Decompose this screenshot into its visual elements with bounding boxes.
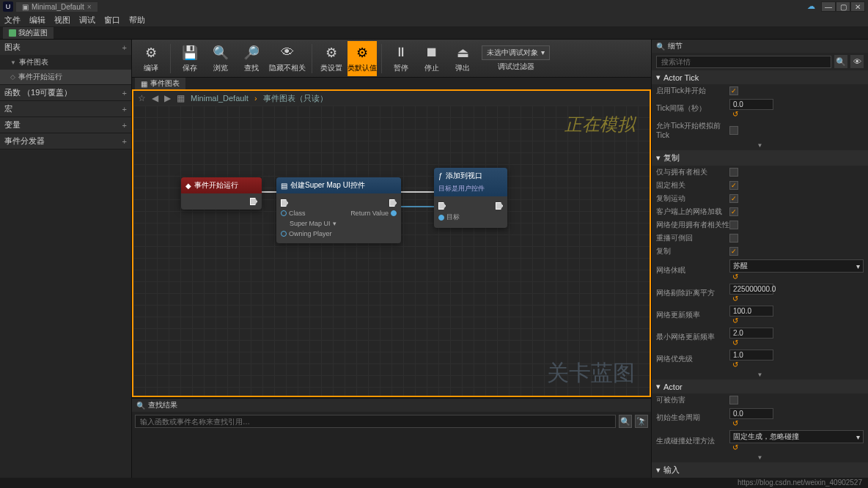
class-settings-button[interactable]: ⚙ 类设置 xyxy=(317,41,346,76)
sidebar-section-variables[interactable]: 变量 + xyxy=(0,117,131,133)
number-input[interactable]: 2.0 xyxy=(729,328,773,339)
reset-icon[interactable]: ↺ xyxy=(732,273,738,281)
dropdown[interactable]: 苏醒▾ xyxy=(729,259,864,273)
toolbar: ⚙ 编译 💾 保存 🔍 浏览 🔎 查找 👁 隐藏不相关 ⚙ xyxy=(132,40,651,78)
sidebar-section-macros[interactable]: 宏 + xyxy=(0,101,131,117)
pause-button[interactable]: ⏸ 暂停 xyxy=(386,41,416,76)
close-icon[interactable]: × xyxy=(87,3,92,11)
plus-icon[interactable]: + xyxy=(122,121,127,130)
menu-window[interactable]: 窗口 xyxy=(104,15,120,26)
sidebar-section-functions[interactable]: 函数 （19可覆盖） + xyxy=(0,85,131,100)
title-tab[interactable]: ▣ Minimal_Default × xyxy=(16,2,98,12)
sidebar-section-graphs[interactable]: 图表 + xyxy=(0,40,131,55)
reset-icon[interactable]: ↺ xyxy=(732,361,738,369)
chevron-down-icon[interactable]: ▾ xyxy=(333,220,336,227)
expand-arrow-icon[interactable]: ▼ xyxy=(652,453,868,462)
expand-arrow-icon[interactable]: ▼ xyxy=(652,370,868,380)
expand-arrow-icon[interactable]: ▼ xyxy=(652,141,868,150)
find-binoculars-button[interactable]: 🔭 xyxy=(635,415,648,428)
exec-in-pin[interactable] xyxy=(438,202,446,210)
breadcrumb-root[interactable]: Minimal_Default xyxy=(191,94,249,103)
dropdown[interactable]: 固定生成，忽略碰撞▾ xyxy=(729,430,864,443)
menu-edit[interactable]: 编辑 xyxy=(29,15,45,26)
exec-out-pin[interactable] xyxy=(496,202,503,210)
forward-arrow-icon[interactable]: ▶ xyxy=(164,93,171,103)
reset-icon[interactable]: ↺ xyxy=(732,419,738,427)
browse-button[interactable]: 🔍 浏览 xyxy=(206,41,235,76)
find-input[interactable] xyxy=(135,415,616,428)
details-header[interactable]: 🔍 细节 xyxy=(652,40,868,53)
reset-icon[interactable]: ↺ xyxy=(732,339,738,347)
reset-icon[interactable]: ↺ xyxy=(732,295,738,303)
plus-icon[interactable]: + xyxy=(122,43,127,52)
checkbox[interactable]: ✓ xyxy=(729,194,738,203)
section-actor-tick[interactable]: ▾Actor Tick xyxy=(652,70,868,84)
number-input[interactable]: 1.0 xyxy=(729,350,773,361)
class-defaults-button[interactable]: ⚙ 类默认值 xyxy=(347,41,377,76)
node-create-widget[interactable]: ▤ 创建Super Map UI控件 Class Return Value Su… xyxy=(276,177,401,243)
details-search-button[interactable]: 🔍 xyxy=(834,55,847,68)
window-maximize-button[interactable]: ▢ xyxy=(836,1,850,12)
find-button[interactable]: 🔎 查找 xyxy=(237,41,266,76)
menu-help[interactable]: 帮助 xyxy=(129,15,145,26)
checkbox[interactable]: ✓ xyxy=(729,207,738,216)
find-results-header[interactable]: 🔍 查找结果 xyxy=(132,399,651,412)
node-add-viewport[interactable]: ƒ 添加到视口 目标是用户控件 目标 xyxy=(434,168,507,228)
plus-icon[interactable]: + xyxy=(122,137,127,146)
number-input[interactable]: 100.0 xyxy=(729,306,773,317)
graph-canvas[interactable]: 正在模拟 关卡蓝图 ◆ 事件开始运行 ▤ xyxy=(132,106,651,397)
exec-in-pin[interactable] xyxy=(281,199,288,207)
menu-debug[interactable]: 调试 xyxy=(79,15,95,26)
star-icon[interactable]: ☆ xyxy=(138,93,146,103)
details-eye-button[interactable]: 👁 xyxy=(850,55,864,68)
owning-player-pin[interactable] xyxy=(281,231,287,237)
exec-out-pin[interactable] xyxy=(389,199,397,207)
my-blueprint-tab[interactable]: 我的蓝图 xyxy=(3,27,54,39)
checkbox[interactable]: ✓ xyxy=(729,86,738,95)
exec-out-pin[interactable] xyxy=(250,198,257,205)
reset-icon[interactable]: ↺ xyxy=(732,443,738,451)
compile-button[interactable]: ⚙ 编译 xyxy=(136,41,166,76)
checkbox[interactable] xyxy=(729,221,738,229)
stop-button[interactable]: ⏹ 停止 xyxy=(417,41,446,76)
details-search-input[interactable] xyxy=(656,56,831,68)
cloud-icon[interactable]: ☁ xyxy=(807,1,815,12)
class-pin[interactable] xyxy=(281,210,287,216)
grid-icon[interactable]: ▦ xyxy=(177,93,185,103)
section-input[interactable]: ▾输入 xyxy=(652,462,868,478)
sidebar-item-event-graph[interactable]: ▼ 事件图表 xyxy=(0,55,131,70)
number-input[interactable]: 225000000.0 xyxy=(729,284,773,295)
checkbox[interactable] xyxy=(729,234,738,243)
return-pin[interactable] xyxy=(391,210,397,216)
save-button[interactable]: 💾 保存 xyxy=(175,41,205,76)
sidebar-item-begin-play[interactable]: ◇ 事件开始运行 xyxy=(0,70,131,84)
reset-icon[interactable]: ↺ xyxy=(732,110,738,118)
hide-unrelated-button[interactable]: 👁 隐藏不相关 xyxy=(268,41,307,76)
event-graph-tab[interactable]: ▦ 事件图表 xyxy=(135,78,185,89)
checkbox[interactable] xyxy=(729,168,738,177)
checkbox[interactable] xyxy=(729,396,738,404)
checkbox[interactable]: ✓ xyxy=(729,181,738,190)
reset-icon[interactable]: ↺ xyxy=(732,317,738,325)
number-input[interactable]: 0.0 xyxy=(729,99,773,110)
settings-icon: ⚙ xyxy=(323,44,340,62)
section-replication[interactable]: ▾复制 xyxy=(652,150,868,166)
window-close-button[interactable]: ✕ xyxy=(850,1,865,12)
sidebar-section-dispatchers[interactable]: 事件分发器 + xyxy=(0,133,131,149)
find-search-button[interactable]: 🔍 xyxy=(619,415,632,428)
plus-icon[interactable]: + xyxy=(122,89,127,97)
eject-button[interactable]: ⏏ 弹出 xyxy=(448,41,477,76)
checkbox[interactable]: ✓ xyxy=(729,247,738,256)
debug-target-dropdown[interactable]: 未选中调试对象 ▾ xyxy=(482,45,550,60)
menu-file[interactable]: 文件 xyxy=(4,15,21,26)
node-event-beginplay[interactable]: ◆ 事件开始运行 xyxy=(181,177,262,210)
plus-icon[interactable]: + xyxy=(122,105,127,114)
back-arrow-icon[interactable]: ◀ xyxy=(152,93,158,103)
window-minimize-button[interactable]: — xyxy=(821,1,836,12)
section-actor[interactable]: ▾Actor xyxy=(652,380,868,393)
number-input[interactable]: 0.0 xyxy=(729,408,773,419)
breadcrumb-sub[interactable]: 事件图表（只读） xyxy=(263,93,328,104)
menu-view[interactable]: 视图 xyxy=(54,15,70,26)
target-pin[interactable] xyxy=(438,215,444,221)
checkbox[interactable] xyxy=(729,126,738,135)
